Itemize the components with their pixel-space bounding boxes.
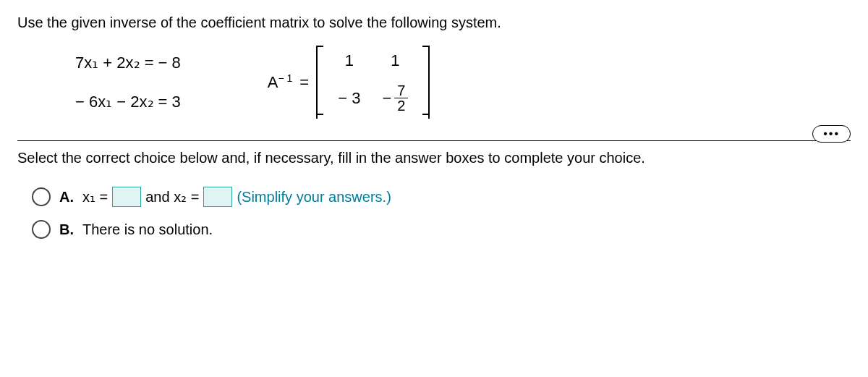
problem-row: 7x₁ + 2x₂ = − 8 − 6x₁ − 2x₂ = 3 A− 1 = 1… [75, 46, 851, 119]
bracket-right [420, 46, 430, 119]
choice-b-text: There is no solution. [82, 221, 213, 238]
radio-a[interactable] [32, 187, 51, 206]
choice-a-and: and x₂ = [145, 188, 199, 206]
matrix-cell-11: 1 [338, 51, 360, 70]
question-text: Use the given inverse of the coefficient… [17, 14, 851, 31]
equation-1: 7x₁ + 2x₂ = − 8 [75, 54, 181, 72]
equals-sign: = [299, 73, 309, 92]
matrix-cell-21: − 3 [338, 89, 360, 108]
equation-system: 7x₁ + 2x₂ = − 8 − 6x₁ − 2x₂ = 3 [75, 54, 181, 111]
choice-b-label: B. [59, 221, 74, 238]
equation-2: − 6x₁ − 2x₂ = 3 [75, 93, 181, 111]
simplify-hint: (Simplify your answers.) [237, 189, 391, 206]
bracket-left [316, 46, 326, 119]
choice-a-label: A. [59, 189, 74, 206]
matrix-cell-12: 1 [382, 51, 408, 70]
matrix-label: A− 1 [268, 72, 293, 92]
instruction-text: Select the correct choice below and, if … [17, 150, 851, 166]
matrix: 1 1 − 3 − 7 2 [316, 46, 430, 119]
choice-b: B. There is no solution. [32, 220, 851, 239]
radio-b[interactable] [32, 220, 51, 239]
more-options-button[interactable]: ••• [812, 125, 851, 143]
choice-a-x1: x₁ = [82, 188, 108, 206]
answer-box-x1[interactable] [112, 187, 141, 207]
answer-box-x2[interactable] [203, 187, 232, 207]
inverse-matrix-section: A− 1 = 1 1 − 3 − 7 2 [268, 46, 430, 119]
matrix-cell-22: − 7 2 [382, 83, 408, 113]
choice-a: A. x₁ = and x₂ = (Simplify your answers.… [32, 187, 851, 207]
choices: A. x₁ = and x₂ = (Simplify your answers.… [32, 187, 851, 239]
